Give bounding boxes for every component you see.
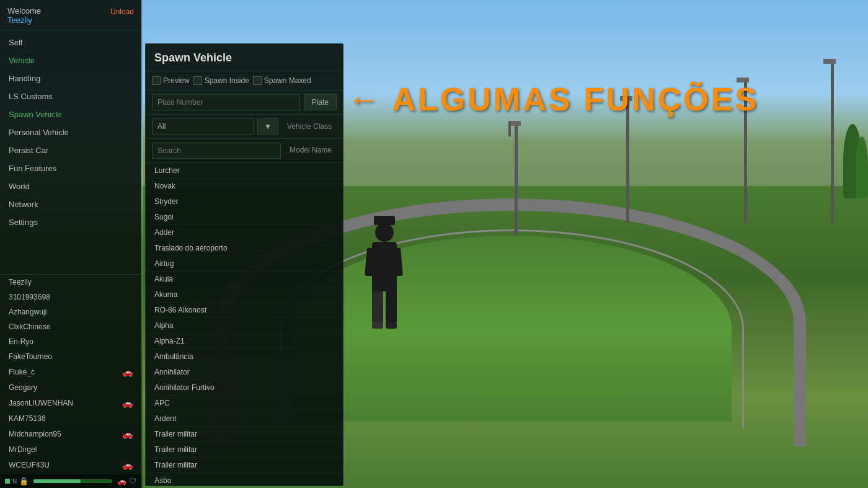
nav-item-network[interactable]: Network xyxy=(0,195,141,213)
vehicle-item[interactable]: APC xyxy=(146,396,343,411)
player-item[interactable]: KAM75136 xyxy=(0,411,141,426)
player-vehicle-icon: 🚗 xyxy=(122,367,133,377)
vehicle-item[interactable]: Adder xyxy=(146,225,343,241)
vehicle-item[interactable]: Annihilator xyxy=(146,365,343,380)
vehicle-item[interactable]: Stryder xyxy=(146,194,343,210)
nav-item-ls-customs[interactable]: LS Customs xyxy=(0,87,141,105)
panel-title: Spawn Vehicle xyxy=(146,44,343,71)
vehicle-item[interactable]: Trailer militar xyxy=(146,458,343,473)
status-n: N xyxy=(12,478,17,485)
vehicle-item[interactable]: Novak xyxy=(146,179,343,194)
panel-options: Preview Spawn Inside Spawn Maxed xyxy=(146,71,343,91)
player-item[interactable]: ClxkChinese xyxy=(0,319,141,334)
unload-button[interactable]: Unload xyxy=(110,7,134,16)
vehicle-item[interactable]: Trailer militar xyxy=(146,427,343,442)
model-name-label: Model Name xyxy=(285,143,337,159)
spawn-vehicle-panel: Spawn Vehicle Preview Spawn Inside Spawn… xyxy=(145,43,343,486)
player-vehicle-icon: 🚗 xyxy=(122,429,133,439)
vehicle-item[interactable]: Akuma xyxy=(146,287,343,303)
vehicle-item[interactable]: Alpha xyxy=(146,318,343,334)
shield-status-icon: 🛡 xyxy=(129,477,136,486)
lock-icon: 🔒 xyxy=(19,477,29,486)
player-item[interactable]: Azhangwuji xyxy=(0,304,141,319)
vehicle-class-label: Vehicle Class xyxy=(282,119,337,134)
vehicle-item[interactable]: Annihilator Furtivo xyxy=(146,380,343,396)
car-status-icon: 🚗 xyxy=(117,477,126,486)
vehicle-class-select[interactable]: All Compacts Sedans SUVs Coupes Muscle S… xyxy=(152,118,254,135)
status-bar: N 🔒 🚗 🛡 xyxy=(0,474,141,488)
player-item[interactable]: Midchampion95 🚗 xyxy=(0,426,141,442)
nav-sidebar: Welcome Teeziiy Unload Self Vehicle Hand… xyxy=(0,0,141,488)
vehicle-item[interactable]: RO-86 Alkonost xyxy=(146,303,343,318)
player-vehicle-icon: 🚗 xyxy=(122,460,133,470)
vehicle-item[interactable]: Airtug xyxy=(146,256,343,272)
nav-item-settings[interactable]: Settings xyxy=(0,213,141,231)
player-item[interactable]: MrDirgel xyxy=(0,442,141,457)
nav-item-self[interactable]: Self xyxy=(0,33,141,51)
nav-item-persist-car[interactable]: Persist Car xyxy=(0,141,141,159)
vehicle-item[interactable]: Sugoi xyxy=(146,210,343,225)
search-input[interactable] xyxy=(152,143,281,159)
vehicle-list: Lurcher Novak Stryder Sugoi Adder Trasla… xyxy=(146,163,343,486)
filter-dropdown-arrow[interactable]: ▼ xyxy=(257,118,278,135)
player-item[interactable]: JasonLIUWENHAN 🚗 xyxy=(0,395,141,411)
player-item[interactable]: Teeziiy xyxy=(0,275,141,290)
player-item[interactable]: En-Ryo xyxy=(0,334,141,349)
vehicle-item[interactable]: Akula xyxy=(146,272,343,287)
spawn-inside-checkbox-box xyxy=(193,76,202,85)
spawn-inside-checkbox[interactable]: Spawn Inside xyxy=(193,76,249,85)
nav-item-fun-features[interactable]: Fun Features xyxy=(0,159,141,177)
player-item[interactable]: 3101993698 xyxy=(0,290,141,304)
spawn-maxed-label: Spawn Maxed xyxy=(264,76,311,85)
plate-number-input[interactable] xyxy=(152,94,300,110)
search-row: Model Name xyxy=(146,139,343,163)
player-item[interactable]: Geogary xyxy=(0,380,141,395)
nav-item-personal-vehicle[interactable]: Personal Vehicle xyxy=(0,123,141,141)
players-section: Teeziiy 3101993698 Azhangwuji ClxkChines… xyxy=(0,274,141,488)
nav-item-vehicle[interactable]: Vehicle xyxy=(0,51,141,69)
preview-label: Preview xyxy=(163,76,190,85)
player-vehicle-icon: 🚗 xyxy=(122,398,133,408)
vehicle-item[interactable]: Ardent xyxy=(146,411,343,427)
nav-item-spawn-vehicle[interactable]: Spawn Vehicle xyxy=(0,105,141,123)
nav-item-handling[interactable]: Handling xyxy=(0,69,141,87)
status-indicator xyxy=(5,479,10,484)
overlay-text: ← ALGUMAS FUNÇÕES xyxy=(347,81,759,118)
nav-header: Welcome Teeziiy Unload xyxy=(0,0,141,30)
vehicle-item[interactable]: Traslado do aeroporto xyxy=(146,241,343,256)
vehicle-item[interactable]: Asbo xyxy=(146,473,343,486)
preview-checkbox-box xyxy=(152,76,161,85)
plate-row: Plate xyxy=(146,91,343,115)
nav-items: Self Vehicle Handling LS Customs Spawn V… xyxy=(0,30,141,274)
spawn-maxed-checkbox-box xyxy=(253,76,262,85)
plate-button[interactable]: Plate xyxy=(304,94,337,110)
preview-checkbox[interactable]: Preview xyxy=(152,76,190,85)
vehicle-item[interactable]: Lurcher xyxy=(146,163,343,179)
player-item[interactable]: WCEUF43U 🚗 xyxy=(0,457,141,473)
filter-row: All Compacts Sedans SUVs Coupes Muscle S… xyxy=(146,115,343,139)
spawn-inside-label: Spawn Inside xyxy=(205,76,249,85)
vehicle-item[interactable]: Trailer militar xyxy=(146,442,343,458)
spawn-maxed-checkbox[interactable]: Spawn Maxed xyxy=(253,76,311,85)
player-item[interactable]: Fluke_c 🚗 xyxy=(0,364,141,380)
vehicle-item[interactable]: Ambulância xyxy=(146,349,343,365)
player-item[interactable]: FakeTourneo xyxy=(0,349,141,364)
vehicle-item[interactable]: Alpha-Z1 xyxy=(146,334,343,349)
nav-item-world[interactable]: World xyxy=(0,177,141,195)
nav-username: Teeziiy xyxy=(7,16,134,25)
